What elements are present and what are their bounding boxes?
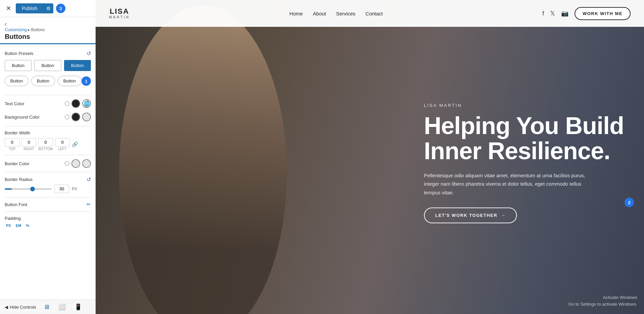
border-radius-slider[interactable] [5,188,52,190]
button-font-row: Button Font ✏ [5,201,91,207]
activate-windows-line2: Go to Settings to activate Windows. [569,301,637,308]
nav-about[interactable]: About [313,11,326,16]
button-presets-label: Button Presets [5,51,33,56]
preset-button-4[interactable]: Button [5,76,29,86]
cta-arrow-icon: → [501,213,506,218]
border-width-link-button[interactable]: 🔗 [72,141,78,147]
background-color-row: Background Color [5,113,91,121]
text-color-radio[interactable] [65,101,69,106]
border-radius-unit: PX [72,187,77,191]
annotation-1: 1 [82,76,91,86]
text-color-swatch-dark[interactable] [71,99,80,108]
bottom-bar: ◀ Hide Controls 🖥 ⬜ 📱 [0,300,96,314]
facebook-icon[interactable]: f [542,10,544,17]
mobile-view-button[interactable]: 📱 [73,303,83,311]
border-width-left-input[interactable] [55,138,70,146]
button-font-label: Button Font [5,202,27,207]
border-width-inputs: TOP RIGHT BOTTOM LEFT 🔗 [5,138,91,151]
logo-subtitle: MARTIN [109,16,130,19]
cta-label: LET'S WORK TOGETHER [435,213,497,218]
instagram-icon[interactable]: 📷 [561,10,569,17]
publish-button[interactable]: Publish [16,3,43,13]
button-font-edit-button[interactable]: ✏ [87,201,91,207]
border-width-top-sub: TOP [9,147,15,151]
site-header-right: f 𝕏 📷 WORK WITH ME [542,7,631,20]
preset-button-2[interactable]: Button [34,60,61,71]
border-color-row: Border Color [5,159,91,168]
top-bar: ✕ Publish ⚙ 3 [0,0,96,17]
border-color-radio[interactable] [65,161,69,166]
padding-unit-percent[interactable]: % [24,223,31,228]
text-color-label: Text Color [5,101,24,106]
border-width-top-group: TOP [5,138,19,151]
customizer-panel: ✕ Publish ⚙ 3 ‹ Customizing ▸ Buttons Bu… [0,0,96,314]
border-width-left-sub: LEFT [58,147,66,151]
hide-controls-icon: ◀ [5,305,8,310]
border-width-section: Border Width TOP RIGHT BOTTOM LEFT [5,130,91,151]
padding-unit-row: PX EM % [5,223,91,228]
button-presets-section: Button Presets ↺ [5,50,91,57]
logo-name: LISA [110,8,129,15]
tablet-view-button[interactable]: ⬜ [57,303,67,311]
padding-section: Padding PX EM % [5,216,91,228]
hide-controls-label: Hide Controls [10,305,36,310]
border-width-bottom-sub: BOTTOM [39,147,53,151]
preset-button-3-selected[interactable]: Button [64,60,91,71]
text-color-swatch-globe[interactable]: 🌐 [82,99,91,108]
preview-area: LISA MARTIN Home About Services Contact … [96,0,644,314]
activate-windows-notice: Activate Windows Go to Settings to activ… [569,294,637,307]
padding-label: Padding [5,216,91,221]
nav-contact[interactable]: Contact [366,11,383,16]
nav-home[interactable]: Home [289,11,303,16]
button-presets-reset-icon[interactable]: ↺ [87,50,91,57]
padding-unit-em[interactable]: EM [14,223,23,228]
hide-controls-button[interactable]: ◀ Hide Controls [5,305,36,310]
border-radius-reset-icon[interactable]: ↺ [87,176,91,183]
border-color-swatch-2[interactable] [82,159,91,168]
border-radius-slider-row: PX [5,185,91,193]
border-color-controls [65,159,91,168]
annotation-3: 3 [56,4,65,13]
border-width-right-input[interactable] [21,138,36,146]
twitter-icon[interactable]: 𝕏 [550,10,555,17]
border-width-left-group: LEFT [55,138,70,151]
border-width-bottom-group: BOTTOM [38,138,53,151]
lets-work-together-button[interactable]: LET'S WORK TOGETHER → [424,207,517,223]
preset-button-6[interactable]: Button [58,76,82,86]
border-width-right-sub: RIGHT [23,147,34,151]
text-color-row: Text Color 🌐 [5,99,91,108]
button-presets-grid-row1: Button Button Button [5,60,91,71]
padding-unit-px[interactable]: PX [5,223,12,228]
border-width-top-input[interactable] [5,138,19,146]
border-radius-section: Border Radius ↺ PX [5,176,91,193]
breadcrumb-customizing-link[interactable]: Customizing [5,27,27,32]
work-with-me-button[interactable]: WORK WITH ME [575,7,631,20]
text-color-controls: 🌐 [65,99,91,108]
preset-button-1[interactable]: Button [5,60,32,71]
close-button[interactable]: ✕ [4,4,13,13]
border-color-swatch-1[interactable] [71,159,80,168]
button-presets-grid-row2: Button Button Button [5,76,82,86]
publish-settings-button[interactable]: ⚙ [43,3,53,13]
back-button[interactable]: ‹ [5,20,7,27]
hero-body-text: Pellentesque odio aliquam vitae amet, el… [424,171,598,197]
site-header: LISA MARTIN Home About Services Contact … [96,0,644,27]
site-logo: LISA MARTIN [109,8,130,19]
hero-title-line1: Helping You Build [424,112,624,139]
hero-content: LISA MARTIN Helping You Build Inner Resi… [424,103,624,224]
desktop-view-button[interactable]: 🖥 [42,303,51,311]
background-color-swatch-checkered[interactable] [82,113,91,121]
background-color-radio[interactable] [65,115,69,119]
hero-title-line2: Inner Resilience. [424,137,610,164]
border-width-bottom-input[interactable] [38,138,53,146]
background-color-swatch-dark[interactable] [71,113,80,121]
border-radius-label: Border Radius [5,177,33,182]
nav-services[interactable]: Services [336,11,356,16]
border-radius-header-row: Border Radius ↺ [5,176,91,183]
panel-content: Button Presets ↺ Button Button Button Bu… [0,44,96,300]
site-navigation: Home About Services Contact [289,11,383,16]
hero-subtitle: LISA MARTIN [424,103,624,108]
preset-button-5[interactable]: Button [31,76,55,86]
panel-title: Buttons [5,33,91,41]
border-radius-value-input[interactable] [54,185,69,193]
